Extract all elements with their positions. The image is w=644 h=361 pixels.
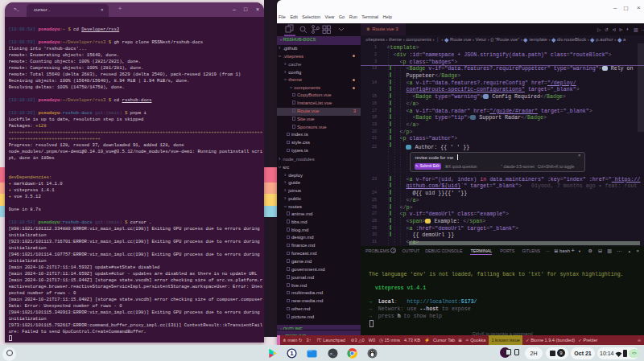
svg-text:1: 1 (290, 350, 294, 357)
svg-text:>_: >_ (329, 351, 336, 357)
